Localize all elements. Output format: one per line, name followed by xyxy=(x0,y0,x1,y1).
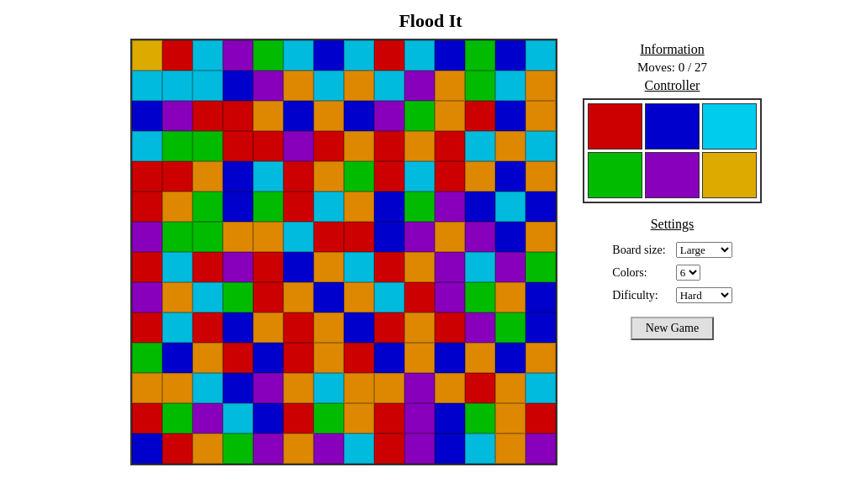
board-size-label: Board size: xyxy=(607,239,670,261)
new-game-button[interactable]: New Game xyxy=(631,317,714,340)
board-cell xyxy=(193,161,223,192)
moves-display: Moves: 0 / 27 xyxy=(637,60,707,75)
board-cell xyxy=(253,433,283,464)
colors-select[interactable]: 4 5 6 xyxy=(676,265,700,281)
board-cell xyxy=(465,282,495,312)
board-cell xyxy=(435,161,465,192)
board-cell xyxy=(162,131,193,161)
board-cell xyxy=(223,222,253,252)
board-cell xyxy=(344,131,374,161)
board-cell xyxy=(223,101,253,131)
board-cell xyxy=(314,71,344,101)
board-cell xyxy=(526,252,556,282)
board-cell xyxy=(465,161,495,192)
board-cell xyxy=(435,192,465,222)
settings-table: Board size: Small Medium Large Colors: 4… xyxy=(607,239,737,307)
board-cell xyxy=(193,343,223,373)
board-cell xyxy=(465,433,495,464)
board-size-select[interactable]: Small Medium Large xyxy=(676,242,732,258)
board-cell xyxy=(374,403,404,433)
game-board-container xyxy=(130,39,557,465)
board-cell xyxy=(193,433,223,464)
board-cell xyxy=(283,312,314,343)
board-cell xyxy=(132,101,162,131)
board-cell xyxy=(314,373,344,403)
color-btn-red[interactable] xyxy=(588,103,642,150)
board-cell xyxy=(283,433,314,464)
board-cell xyxy=(253,71,283,101)
board-cell xyxy=(162,71,193,101)
board-cell xyxy=(314,282,344,312)
board-cell xyxy=(314,40,344,71)
color-btn-yellow[interactable] xyxy=(702,152,757,198)
board-cell xyxy=(374,131,404,161)
color-btn-green[interactable] xyxy=(588,152,642,198)
controller-title: Controller xyxy=(645,78,700,93)
board-cell xyxy=(526,161,556,192)
board-cell xyxy=(253,161,283,192)
board-cell xyxy=(253,403,283,433)
board-cell xyxy=(495,403,526,433)
board-cell xyxy=(253,373,283,403)
board-cell xyxy=(404,131,435,161)
board-cell xyxy=(223,131,253,161)
board-cell xyxy=(526,192,556,222)
board-cell xyxy=(435,131,465,161)
board-cell xyxy=(132,343,162,373)
color-btn-blue[interactable] xyxy=(645,103,700,150)
board-cell xyxy=(193,101,223,131)
board-cell xyxy=(404,373,435,403)
board-cell xyxy=(283,252,314,282)
board-cell xyxy=(132,40,162,71)
color-btn-cyan[interactable] xyxy=(702,103,757,150)
board-cell xyxy=(223,71,253,101)
board-cell xyxy=(314,101,344,131)
board-cell xyxy=(253,40,283,71)
board-cell xyxy=(435,403,465,433)
board-cell xyxy=(344,373,374,403)
board-cell xyxy=(374,343,404,373)
board-cell xyxy=(465,101,495,131)
board-cell xyxy=(435,40,465,71)
color-btn-purple[interactable] xyxy=(645,152,700,198)
board-cell xyxy=(344,282,374,312)
board-cell xyxy=(314,312,344,343)
board-cell xyxy=(223,343,253,373)
board-cell xyxy=(526,312,556,343)
board-cell xyxy=(193,252,223,282)
board-cell xyxy=(162,222,193,252)
board-cell xyxy=(495,252,526,282)
board-cell xyxy=(132,312,162,343)
board-cell xyxy=(404,222,435,252)
game-board xyxy=(130,39,557,465)
board-cell xyxy=(344,101,374,131)
board-cell xyxy=(465,403,495,433)
board-cell xyxy=(162,252,193,282)
board-cell xyxy=(314,161,344,192)
page-title: Flood It xyxy=(0,0,861,39)
board-cell xyxy=(435,71,465,101)
board-cell xyxy=(132,403,162,433)
board-cell xyxy=(495,131,526,161)
board-cell xyxy=(314,343,344,373)
board-cell xyxy=(495,282,526,312)
board-cell xyxy=(526,373,556,403)
board-cell xyxy=(374,192,404,222)
board-cell xyxy=(435,433,465,464)
board-cell xyxy=(344,433,374,464)
board-cell xyxy=(374,222,404,252)
board-cell xyxy=(162,373,193,403)
board-cell xyxy=(223,433,253,464)
board-cell xyxy=(162,161,193,192)
board-cell xyxy=(223,252,253,282)
board-cell xyxy=(526,71,556,101)
board-cell xyxy=(314,192,344,222)
board-cell xyxy=(162,192,193,222)
board-cell xyxy=(495,192,526,222)
board-cell xyxy=(193,40,223,71)
board-cell xyxy=(132,282,162,312)
sidebar: Information Moves: 0 / 27 Controller Set… xyxy=(583,39,762,340)
difficulty-select[interactable]: Easy Medium Hard xyxy=(676,287,732,303)
board-cell xyxy=(344,312,374,343)
board-cell xyxy=(314,252,344,282)
